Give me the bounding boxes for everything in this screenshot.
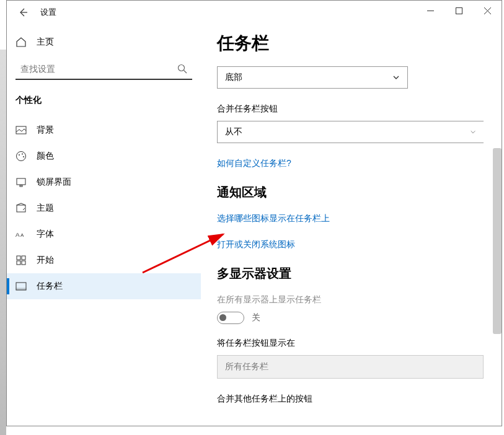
show-all-monitors-toggle-row: 关 <box>217 312 485 324</box>
themes-icon <box>15 203 27 214</box>
picture-icon <box>15 125 27 136</box>
minimize-icon <box>427 7 434 14</box>
sidebar-item-colors[interactable]: 颜色 <box>7 143 201 169</box>
svg-rect-13 <box>22 256 25 260</box>
chevron-down-icon <box>392 74 400 81</box>
sidebar-item-label: 锁屏界面 <box>37 177 71 188</box>
sidebar-item-label: 背景 <box>37 125 54 136</box>
sidebar-item-label: 任务栏 <box>37 281 63 292</box>
svg-rect-15 <box>22 261 25 265</box>
toggle-knob <box>219 314 226 321</box>
window-controls <box>416 1 502 20</box>
notification-area-header: 通知区域 <box>217 184 485 201</box>
sidebar-item-label: 开始 <box>37 255 54 266</box>
home-label: 主页 <box>37 37 54 48</box>
taskbar-icon <box>15 281 27 292</box>
start-icon <box>15 255 27 266</box>
home-nav[interactable]: 主页 <box>7 30 201 54</box>
chevron-down-icon <box>470 129 476 135</box>
page-edge-decoration <box>0 50 6 435</box>
show-all-monitors-toggle[interactable] <box>217 312 244 324</box>
svg-rect-12 <box>17 256 20 260</box>
dropdown-value: 从不 <box>225 126 242 138</box>
close-button[interactable] <box>473 1 502 20</box>
sidebar-item-label: 颜色 <box>37 151 54 162</box>
sidebar-item-taskbar[interactable]: 任务栏 <box>7 273 201 299</box>
settings-window: 设置 主页 <box>6 0 502 426</box>
show-buttons-dropdown: 所有任务栏 <box>217 355 484 379</box>
svg-text:A: A <box>15 232 20 239</box>
scrollbar-thumb[interactable] <box>493 148 502 334</box>
svg-point-6 <box>23 156 24 157</box>
svg-point-5 <box>22 154 23 155</box>
maximize-icon <box>456 7 462 14</box>
svg-rect-14 <box>17 261 20 265</box>
system-icons-link[interactable]: 打开或关闭系统图标 <box>217 239 485 250</box>
dropdown-value: 底部 <box>225 72 242 83</box>
page-title: 任务栏 <box>217 32 485 55</box>
dropdown-value: 所有任务栏 <box>225 361 268 372</box>
body-area: 主页 个性化 背景 颜色 锁屏界面 <box>7 24 502 426</box>
select-icons-link[interactable]: 选择哪些图标显示在任务栏上 <box>217 213 485 224</box>
svg-rect-2 <box>16 126 26 134</box>
toggle-state-text: 关 <box>252 312 260 323</box>
svg-point-3 <box>17 152 26 161</box>
minimize-button[interactable] <box>416 1 444 20</box>
home-icon <box>15 37 27 48</box>
svg-rect-0 <box>456 7 462 14</box>
svg-point-1 <box>179 65 185 71</box>
svg-text:A: A <box>20 233 24 239</box>
palette-icon <box>15 151 27 162</box>
taskbar-position-dropdown[interactable]: 底部 <box>217 66 408 89</box>
window-title: 设置 <box>40 7 56 18</box>
sidebar: 主页 个性化 背景 颜色 锁屏界面 <box>7 24 201 426</box>
svg-rect-7 <box>17 178 25 185</box>
sidebar-item-lockscreen[interactable]: 锁屏界面 <box>7 169 201 195</box>
arrow-left-icon <box>18 7 28 17</box>
sidebar-item-start[interactable]: 开始 <box>7 247 201 273</box>
show-buttons-label: 将任务栏按钮显示在 <box>217 338 485 349</box>
combine-label: 合并任务栏按钮 <box>217 103 485 115</box>
search-icon <box>177 64 187 74</box>
svg-rect-17 <box>16 288 26 290</box>
font-icon: AA <box>15 230 27 239</box>
svg-point-4 <box>19 154 20 156</box>
show-all-monitors-label: 在所有显示器上显示任务栏 <box>217 294 485 305</box>
sidebar-item-label: 主题 <box>37 203 54 214</box>
search-box[interactable] <box>15 59 192 80</box>
customize-taskbar-link[interactable]: 如何自定义任务栏? <box>217 158 485 169</box>
combine-buttons-dropdown[interactable]: 从不 <box>217 121 484 143</box>
sidebar-item-label: 字体 <box>37 229 54 240</box>
maximize-button[interactable] <box>444 1 473 20</box>
sidebar-item-fonts[interactable]: AA 字体 <box>7 221 201 247</box>
lockscreen-icon <box>15 177 27 188</box>
content-area: 任务栏 底部 合并任务栏按钮 从不 如何自定义任务栏? 通知区域 选择哪些图标显… <box>201 24 502 426</box>
combine-other-label: 合并其他任务栏上的按钮 <box>217 393 485 405</box>
titlebar: 设置 <box>7 1 502 24</box>
multimonitor-header: 多显示器设置 <box>217 265 485 282</box>
search-input[interactable] <box>20 64 177 74</box>
category-header: 个性化 <box>7 91 201 117</box>
close-icon <box>484 7 491 14</box>
back-button[interactable] <box>12 1 34 24</box>
sidebar-item-background[interactable]: 背景 <box>7 117 201 143</box>
svg-rect-8 <box>20 185 22 187</box>
sidebar-item-themes[interactable]: 主题 <box>7 195 201 221</box>
